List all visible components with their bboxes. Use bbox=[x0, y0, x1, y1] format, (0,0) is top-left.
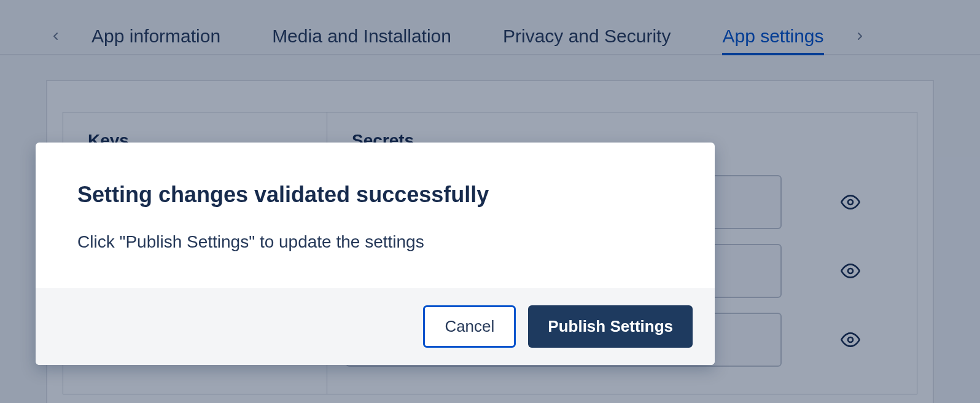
cancel-button[interactable]: Cancel bbox=[423, 305, 516, 348]
publish-settings-button[interactable]: Publish Settings bbox=[528, 305, 693, 348]
confirmation-modal: Setting changes validated successfully C… bbox=[36, 143, 715, 365]
modal-footer: Cancel Publish Settings bbox=[36, 288, 715, 365]
modal-title: Setting changes validated successfully bbox=[77, 182, 673, 208]
modal-body: Setting changes validated successfully C… bbox=[36, 143, 715, 288]
modal-description: Click "Publish Settings" to update the s… bbox=[77, 230, 673, 254]
